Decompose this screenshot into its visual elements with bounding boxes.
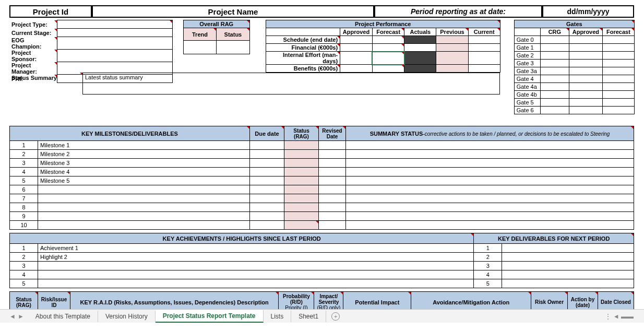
achievements-table: KEY ACHIEVEMENTS / HIGHLIGHTS SINCE LAST… [9, 233, 634, 288]
tab-version[interactable]: Version History [98, 311, 156, 322]
project-id-label[interactable]: Project Id [9, 5, 92, 18]
gate-row: Gate 3a [514, 67, 540, 75]
ach-val[interactable] [38, 270, 474, 279]
nav-prev-icon[interactable]: ► [18, 313, 24, 320]
ms-name[interactable] [38, 194, 250, 203]
ms-name[interactable]: Milestone 5 [38, 176, 250, 185]
raid-status: Status (RAG) [10, 292, 38, 310]
info-section: Project Type: Current Stage: EOG Champio… [9, 19, 635, 114]
ms-name[interactable]: Milestone 2 [38, 150, 250, 159]
ms-num: 7 [10, 194, 38, 203]
gate-row: Gate 3 [514, 60, 540, 67]
gates-table: Gates CRG Approved Forecast Gate 0 Gate … [514, 20, 635, 114]
ms-summary: SUMMARY STATUS-corrective actions to be … [346, 126, 634, 141]
ms-name[interactable] [38, 212, 250, 221]
del-num: 4 [474, 270, 502, 279]
del-val[interactable] [502, 244, 634, 253]
header-row: Project Id Project Name Period reporting… [9, 5, 635, 18]
raid-closed: Date Closed [598, 292, 634, 310]
raid-prob: Probability (R/D)Priority (I) [279, 292, 314, 310]
project-name-label[interactable]: Project Name [92, 5, 374, 18]
val-eog[interactable] [57, 37, 172, 50]
worksheet-area[interactable]: Project Id Project Name Period reporting… [0, 0, 644, 309]
gate-row: Gate 4 [514, 75, 540, 83]
del-num: 1 [474, 244, 502, 253]
perf-col-forecast: Forecast [372, 28, 404, 36]
val-project-type[interactable] [57, 20, 172, 29]
raid-action: Action by (date) [568, 292, 598, 310]
ach-val[interactable] [38, 262, 474, 270]
ms-name[interactable]: Milestone 4 [38, 168, 250, 176]
ach-num: 3 [10, 262, 38, 270]
perf-col-approved: Approved [340, 28, 373, 36]
gate-row: Gate 4a [514, 83, 540, 91]
tab-sheet1[interactable]: Sheet1 [291, 311, 326, 322]
perf-col-previous: Previous [436, 28, 468, 36]
del-num: 2 [474, 253, 502, 262]
tab-about[interactable]: About this Template [28, 311, 98, 322]
val-sponsor[interactable] [57, 50, 172, 62]
perf-row-financial: Financial (€000s) [266, 44, 340, 52]
milestones-table: KEY MILESTONES/DELIVERABLES Due date Sta… [9, 126, 634, 230]
ach-val[interactable]: Highlight 2 [38, 253, 474, 262]
ms-name[interactable] [38, 203, 250, 212]
nav-first-icon[interactable]: ◄ [9, 313, 16, 320]
raid-owner: Risk Owner [531, 292, 568, 310]
del-val[interactable] [502, 279, 634, 288]
ach-val[interactable]: Achievement 1 [38, 244, 474, 253]
ms-name[interactable]: Milestone 1 [38, 141, 250, 150]
ach-num: 4 [10, 270, 38, 279]
hscroll-indicator[interactable]: ⋮ ◄ ▬▬ [605, 313, 644, 320]
raid-desc: KEY R.A.I.D (Risks, Assumptions, Issues,… [70, 292, 278, 310]
val-current-stage[interactable] [57, 29, 172, 37]
ms-name[interactable] [38, 221, 250, 230]
ms-num: 9 [10, 212, 38, 221]
label-eog: EOG Champion: [9, 37, 57, 50]
tab-lists[interactable]: Lists [264, 311, 292, 322]
ach-val[interactable] [38, 279, 474, 288]
raid-id: Risk/Issue ID [38, 292, 70, 310]
ms-num: 2 [10, 150, 38, 159]
status-summary-value[interactable]: Latest status summary [82, 73, 500, 95]
perf-title: Project Performance [266, 20, 500, 28]
gates-col-forecast: Forecast [602, 28, 634, 36]
del-val[interactable] [502, 253, 634, 262]
active-cell[interactable] [372, 52, 404, 65]
gates-title: Gates [514, 20, 634, 28]
raid-table: Status (RAG) Risk/Issue ID KEY R.A.I.D (… [9, 291, 634, 309]
performance-table: Project Performance Approved Forecast Ac… [266, 20, 500, 73]
rag-status-label: Status [217, 28, 250, 41]
rag-status-val[interactable] [217, 41, 250, 54]
perf-row-schedule: Schedule (end date) [266, 36, 340, 44]
tab-active[interactable]: Project Status Report Template [156, 310, 264, 323]
add-sheet-icon[interactable]: + [331, 312, 340, 321]
date-value[interactable]: dd/mm/yyyy [542, 5, 634, 18]
gate-row: Gate 2 [514, 52, 540, 60]
rag-trend-val[interactable] [183, 41, 216, 54]
ms-status: Status (RAG) [284, 126, 319, 141]
gates-col-crg: CRG [540, 28, 569, 36]
ms-num: 3 [10, 159, 38, 168]
period-reporting-label: Period reporting as at date: [374, 5, 542, 18]
ach-num: 2 [10, 253, 38, 262]
tab-nav-arrows[interactable]: ◄ ► [5, 313, 28, 320]
perf-row-effort: Internal Effort (man-days) [266, 52, 340, 65]
gates-col-approved: Approved [569, 28, 603, 36]
del-val[interactable] [502, 262, 634, 270]
ms-revised: Revised Date [319, 126, 346, 141]
raid-mitigation: Avoidance/Mitigation Action [411, 292, 531, 310]
ach-num: 1 [10, 244, 38, 253]
gate-row: Gate 6 [514, 107, 540, 114]
label-project-type: Project Type: [9, 20, 57, 29]
perf-row-benefits: Benefits (€000s) [266, 65, 340, 73]
gate-row: Gate 0 [514, 36, 540, 44]
perf-col-current: Current [468, 28, 500, 36]
rag-trend-label: Trend [183, 28, 216, 41]
del-val[interactable] [502, 270, 634, 279]
status-summary-row: Status Summary Latest status summary [9, 73, 500, 95]
ms-name[interactable]: Milestone 3 [38, 159, 250, 168]
raid-potential: Potential Impact [343, 292, 411, 310]
ms-due: Due date [250, 126, 284, 141]
gate-row: Gate 1 [514, 44, 540, 52]
ms-name[interactable] [38, 185, 250, 194]
